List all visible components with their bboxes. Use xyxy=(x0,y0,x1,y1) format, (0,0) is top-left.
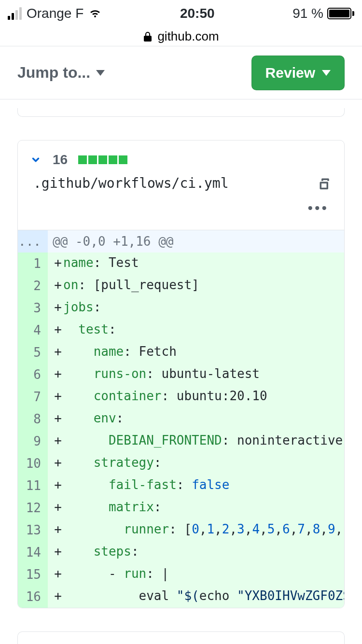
diffstat-icon xyxy=(78,155,127,164)
diff-line-addition[interactable]: 8+ env: xyxy=(18,408,344,430)
review-label: Review xyxy=(265,65,315,81)
diff-line-addition[interactable]: 2+on: [pull_request] xyxy=(18,275,344,297)
code-content: +jobs: xyxy=(48,297,103,319)
wifi-icon xyxy=(88,9,102,18)
jump-to-label: Jump to... xyxy=(17,64,90,82)
code-content: + DEBIAN_FRONTEND: noninteractive xyxy=(48,430,344,452)
code-content: + - run: | xyxy=(48,563,171,586)
code-content: + steps: xyxy=(48,541,141,563)
diff-line-addition[interactable]: 10+ strategy: xyxy=(18,452,344,475)
jump-to-button[interactable]: Jump to... xyxy=(17,64,105,82)
line-number[interactable]: 7 xyxy=(18,386,48,408)
code-content: + container: ubuntu:20.10 xyxy=(48,386,269,408)
code-content: + runner: [0,1,2,3,4,5,6,7,8,9,10, xyxy=(48,519,344,541)
diff-line-addition[interactable]: 7+ container: ubuntu:20.10 xyxy=(18,386,344,408)
line-number[interactable]: 2 xyxy=(18,275,48,297)
collapse-toggle[interactable] xyxy=(30,154,41,165)
diff-line-addition[interactable]: 14+ steps: xyxy=(18,541,344,563)
clock: 20:50 xyxy=(180,6,215,21)
battery-icon xyxy=(327,8,354,19)
hunk-range: @@ -0,0 +1,16 @@ xyxy=(48,230,178,252)
diff-line-addition[interactable]: 5+ name: Fetch xyxy=(18,341,344,364)
code-content: + strategy: xyxy=(48,452,164,475)
line-number[interactable]: 16 xyxy=(18,586,48,608)
code-content: + eval "$(echo "YXB0IHVwZGF0ZSAt xyxy=(48,586,344,608)
code-content: + matrix: xyxy=(48,497,164,519)
expand-hunk-button[interactable]: ... xyxy=(18,230,48,252)
line-number[interactable]: 14 xyxy=(18,541,48,563)
change-count: 16 xyxy=(53,152,68,168)
line-number[interactable]: 10 xyxy=(18,452,48,475)
hunk-header[interactable]: ... @@ -0,0 +1,16 @@ xyxy=(18,230,344,252)
line-number[interactable]: 1 xyxy=(18,252,48,275)
code-content: +on: [pull_request] xyxy=(48,275,201,297)
lock-icon xyxy=(143,31,153,42)
file-path[interactable]: .github/workflows/ci.yml xyxy=(33,175,229,191)
code-content: + name: Fetch xyxy=(48,341,179,364)
diff-lines: 1+name: Test2+on: [pull_request]3+jobs:4… xyxy=(18,252,344,608)
file-diff-card: 16 .github/workflows/ci.yml ••• ... @@ -… xyxy=(17,140,345,608)
url-domain: github.com xyxy=(157,29,219,44)
diff-line-addition[interactable]: 4+ test: xyxy=(18,319,344,341)
file-diff-card: 26 .github/workflows/cpm-broken-on-fedor… xyxy=(17,631,345,644)
code-content: + fail-fast: false xyxy=(48,475,231,497)
status-bar: Orange F 20:50 91 % xyxy=(0,0,362,27)
code-content: + env: xyxy=(48,408,125,430)
caret-down-icon xyxy=(322,70,331,76)
file-menu-button[interactable]: ••• xyxy=(307,200,329,216)
previous-file-card xyxy=(17,108,345,117)
battery-pct: 91 % xyxy=(292,6,323,21)
code-content: + runs-on: ubuntu-latest xyxy=(48,364,262,386)
line-number[interactable]: 8 xyxy=(18,408,48,430)
url-bar[interactable]: github.com xyxy=(0,27,362,46)
diff-line-addition[interactable]: 3+jobs: xyxy=(18,297,344,319)
diff-line-addition[interactable]: 16+ eval "$(echo "YXB0IHVwZGF0ZSAt xyxy=(18,586,344,608)
line-number[interactable]: 11 xyxy=(18,475,48,497)
diff-line-addition[interactable]: 12+ matrix: xyxy=(18,497,344,519)
line-number[interactable]: 3 xyxy=(18,297,48,319)
diff-line-addition[interactable]: 15+ - run: | xyxy=(18,563,344,586)
line-number[interactable]: 4 xyxy=(18,319,48,341)
diff-line-addition[interactable]: 6+ runs-on: ubuntu-latest xyxy=(18,364,344,386)
line-number[interactable]: 15 xyxy=(18,563,48,586)
review-button[interactable]: Review xyxy=(251,56,345,90)
diff-line-addition[interactable]: 11+ fail-fast: false xyxy=(18,475,344,497)
copy-path-button[interactable] xyxy=(318,177,332,190)
line-number[interactable]: 13 xyxy=(18,519,48,541)
line-number[interactable]: 9 xyxy=(18,430,48,452)
line-number[interactable]: 12 xyxy=(18,497,48,519)
carrier-label: Orange F xyxy=(27,6,84,21)
code-content: +name: Test xyxy=(48,252,141,275)
line-number[interactable]: 5 xyxy=(18,341,48,364)
diff-line-addition[interactable]: 1+name: Test xyxy=(18,252,344,275)
diff-line-addition[interactable]: 9+ DEBIAN_FRONTEND: noninteractive xyxy=(18,430,344,452)
line-number[interactable]: 6 xyxy=(18,364,48,386)
caret-down-icon xyxy=(96,70,105,76)
code-content: + test: xyxy=(48,319,118,341)
pr-toolbar: Jump to... Review xyxy=(0,46,362,99)
diff-line-addition[interactable]: 13+ runner: [0,1,2,3,4,5,6,7,8,9,10, xyxy=(18,519,344,541)
signal-icon xyxy=(8,7,22,20)
